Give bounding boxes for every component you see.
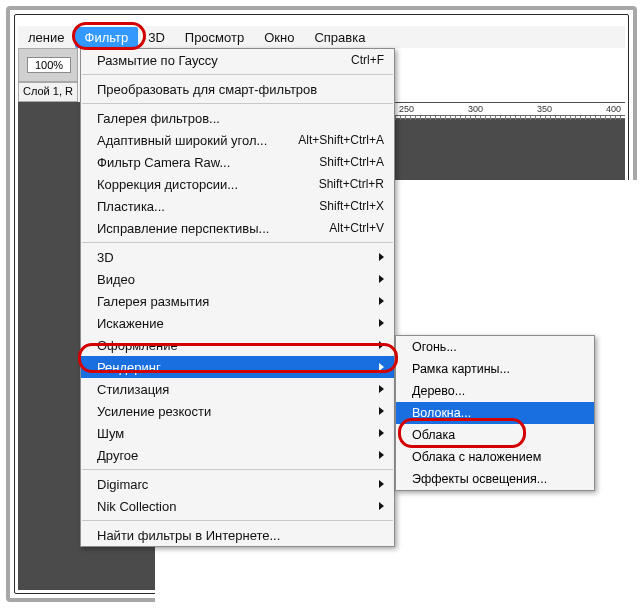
filter-menu-label: Усиление резкости bbox=[97, 404, 373, 419]
filter-menu: Размытие по ГауссуCtrl+FПреобразовать дл… bbox=[80, 48, 395, 547]
rendering-submenu-item[interactable]: Эффекты освещения... bbox=[396, 468, 594, 490]
filter-menu-item[interactable]: Другое bbox=[81, 444, 394, 466]
filter-menu-item[interactable]: Фильтр Camera Raw...Shift+Ctrl+A bbox=[81, 151, 394, 173]
submenu-arrow-icon bbox=[379, 480, 384, 488]
filter-menu-label: Искажение bbox=[97, 316, 373, 331]
filter-menu-item[interactable]: Искажение bbox=[81, 312, 394, 334]
filter-menu-item[interactable]: Digimarc bbox=[81, 473, 394, 495]
filter-menu-label: Рендеринг bbox=[97, 360, 373, 375]
filter-menu-item[interactable]: 3D bbox=[81, 246, 394, 268]
filter-menu-label: Адаптивный широкий угол... bbox=[97, 133, 298, 148]
ruler-ticks: 250300350400 bbox=[395, 103, 625, 115]
rendering-submenu-item[interactable]: Огонь... bbox=[396, 336, 594, 358]
filter-menu-label: Видео bbox=[97, 272, 373, 287]
filter-menu-separator bbox=[82, 242, 393, 243]
submenu-arrow-icon bbox=[379, 319, 384, 327]
rendering-submenu-label: Рамка картины... bbox=[412, 362, 510, 376]
filter-menu-label: Исправление перспективы... bbox=[97, 221, 329, 236]
filter-menu-label: Галерея размытия bbox=[97, 294, 373, 309]
menu-просмотр[interactable]: Просмотр bbox=[175, 27, 254, 48]
filter-menu-label: Коррекция дисторсии... bbox=[97, 177, 319, 192]
menu-фильтр[interactable]: Фильтр bbox=[75, 27, 139, 48]
filter-menu-shortcut: Alt+Ctrl+V bbox=[329, 221, 384, 235]
filter-menu-label: Пластика... bbox=[97, 199, 319, 214]
filter-menu-item[interactable]: Найти фильтры в Интернете... bbox=[81, 524, 394, 546]
submenu-arrow-icon bbox=[379, 385, 384, 393]
document-tab[interactable]: Слой 1, R bbox=[18, 82, 78, 102]
menu-ление[interactable]: ление bbox=[18, 27, 75, 48]
options-bar: 100% bbox=[18, 48, 78, 82]
filter-menu-label: Фильтр Camera Raw... bbox=[97, 155, 319, 170]
filter-menu-item[interactable]: Преобразовать для смарт-фильтров bbox=[81, 78, 394, 100]
submenu-arrow-icon bbox=[379, 407, 384, 415]
filter-menu-label: Размытие по Гауссу bbox=[97, 53, 351, 68]
submenu-arrow-icon bbox=[379, 502, 384, 510]
rendering-submenu-item[interactable]: Облака bbox=[396, 424, 594, 446]
submenu-arrow-icon bbox=[379, 341, 384, 349]
filter-menu-shortcut: Shift+Ctrl+X bbox=[319, 199, 384, 213]
filter-menu-label: Стилизация bbox=[97, 382, 373, 397]
horizontal-ruler: 250300350400 bbox=[395, 103, 625, 119]
filter-menu-item[interactable]: Nik Collection bbox=[81, 495, 394, 517]
filter-menu-item[interactable]: Рендеринг bbox=[81, 356, 394, 378]
filter-menu-label: Другое bbox=[97, 448, 373, 463]
menubar: лениеФильтр3DПросмотрОкноСправка bbox=[18, 26, 625, 48]
filter-menu-item[interactable]: Размытие по ГауссуCtrl+F bbox=[81, 49, 394, 71]
ruler-tick: 300 bbox=[468, 104, 483, 114]
filter-menu-item[interactable]: Адаптивный широкий угол...Alt+Shift+Ctrl… bbox=[81, 129, 394, 151]
filter-menu-item[interactable]: Галерея фильтров... bbox=[81, 107, 394, 129]
submenu-arrow-icon bbox=[379, 297, 384, 305]
filter-menu-separator bbox=[82, 469, 393, 470]
filter-menu-shortcut: Shift+Ctrl+R bbox=[319, 177, 384, 191]
filter-menu-separator bbox=[82, 103, 393, 104]
filter-menu-item[interactable]: Галерея размытия bbox=[81, 290, 394, 312]
menu-справка[interactable]: Справка bbox=[304, 27, 375, 48]
filter-menu-item[interactable]: Оформление bbox=[81, 334, 394, 356]
filter-menu-separator bbox=[82, 74, 393, 75]
filter-menu-label: Digimarc bbox=[97, 477, 373, 492]
rendering-submenu-label: Эффекты освещения... bbox=[412, 472, 547, 486]
filter-menu-label: Nik Collection bbox=[97, 499, 373, 514]
menu-3d[interactable]: 3D bbox=[138, 27, 175, 48]
filter-menu-item[interactable]: Усиление резкости bbox=[81, 400, 394, 422]
filter-menu-shortcut: Alt+Shift+Ctrl+A bbox=[298, 133, 384, 147]
submenu-arrow-icon bbox=[379, 451, 384, 459]
filter-menu-separator bbox=[82, 520, 393, 521]
filter-menu-label: Преобразовать для смарт-фильтров bbox=[97, 82, 384, 97]
rendering-submenu-label: Волокна... bbox=[412, 406, 471, 420]
filter-menu-label: Галерея фильтров... bbox=[97, 111, 384, 126]
rendering-submenu-item[interactable]: Рамка картины... bbox=[396, 358, 594, 380]
rendering-submenu-label: Облака с наложением bbox=[412, 450, 541, 464]
zoom-input[interactable]: 100% bbox=[27, 57, 71, 73]
rendering-submenu-label: Огонь... bbox=[412, 340, 457, 354]
filter-menu-item[interactable]: Пластика...Shift+Ctrl+X bbox=[81, 195, 394, 217]
filter-menu-item[interactable]: Исправление перспективы...Alt+Ctrl+V bbox=[81, 217, 394, 239]
filter-menu-label: Найти фильтры в Интернете... bbox=[97, 528, 384, 543]
rendering-submenu-item[interactable]: Облака с наложением bbox=[396, 446, 594, 468]
filter-menu-item[interactable]: Коррекция дисторсии...Shift+Ctrl+R bbox=[81, 173, 394, 195]
rendering-submenu-item[interactable]: Дерево... bbox=[396, 380, 594, 402]
filter-menu-label: 3D bbox=[97, 250, 373, 265]
rendering-submenu: Огонь...Рамка картины...Дерево...Волокна… bbox=[395, 335, 595, 491]
filter-menu-label: Оформление bbox=[97, 338, 373, 353]
filter-menu-item[interactable]: Шум bbox=[81, 422, 394, 444]
submenu-arrow-icon bbox=[379, 275, 384, 283]
submenu-arrow-icon bbox=[379, 429, 384, 437]
rendering-submenu-label: Облака bbox=[412, 428, 455, 442]
submenu-arrow-icon bbox=[379, 363, 384, 371]
ruler-tick: 350 bbox=[537, 104, 552, 114]
ruler-tick: 250 bbox=[399, 104, 414, 114]
menu-окно[interactable]: Окно bbox=[254, 27, 304, 48]
rendering-submenu-label: Дерево... bbox=[412, 384, 465, 398]
filter-menu-shortcut: Shift+Ctrl+A bbox=[319, 155, 384, 169]
filter-menu-item[interactable]: Видео bbox=[81, 268, 394, 290]
filter-menu-item[interactable]: Стилизация bbox=[81, 378, 394, 400]
submenu-arrow-icon bbox=[379, 253, 384, 261]
ruler-tick: 400 bbox=[606, 104, 621, 114]
filter-menu-shortcut: Ctrl+F bbox=[351, 53, 384, 67]
rendering-submenu-item[interactable]: Волокна... bbox=[396, 402, 594, 424]
filter-menu-label: Шум bbox=[97, 426, 373, 441]
